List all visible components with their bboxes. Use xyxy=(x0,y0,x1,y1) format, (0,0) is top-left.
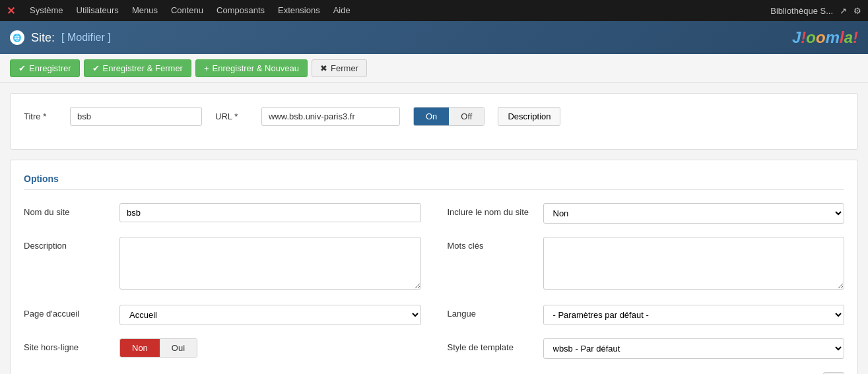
nav-extensions[interactable]: Extensions xyxy=(271,0,327,21)
titre-label: Titre * xyxy=(24,111,63,121)
nav-aide[interactable]: Aide xyxy=(327,0,357,21)
save-label: Enregistrer xyxy=(29,63,71,73)
style-template-row: Style de template wbsb - Par défaut xyxy=(448,338,845,359)
oui-button[interactable]: Oui xyxy=(160,339,197,357)
titre-group: Titre * xyxy=(24,107,202,126)
page-subtitle: [ Modifier ] xyxy=(61,32,111,44)
save-button[interactable]: ✔ Enregistrer xyxy=(10,59,80,77)
main-nav: Système Utilisateurs Menus Contenu Compo… xyxy=(23,0,357,21)
mots-cles-control xyxy=(543,237,845,292)
nav-menus[interactable]: Menus xyxy=(125,0,164,21)
style-template-select[interactable]: wbsb - Par défaut xyxy=(543,338,845,359)
inclure-nom-select[interactable]: Non Après Avant xyxy=(543,203,845,224)
description-label: Description xyxy=(24,237,110,251)
title-url-row: Titre * URL * On Off Description xyxy=(24,107,844,126)
mots-cles-textarea[interactable] xyxy=(543,237,845,290)
langue-select[interactable]: - Paramètres par défaut - xyxy=(543,305,845,325)
save-close-label: Enregistrer & Fermer xyxy=(103,63,183,73)
joomla-x-icon[interactable]: ✕ xyxy=(7,5,15,17)
nav-contenu[interactable]: Contenu xyxy=(164,0,210,21)
hors-ligne-row: Site hors-ligne Non Oui xyxy=(24,338,421,359)
options-grid: Nom du site Inclure le nom du site Non A… xyxy=(24,203,844,359)
inclure-nom-row: Inclure le nom du site Non Après Avant xyxy=(448,203,845,224)
nom-site-label: Nom du site xyxy=(24,203,110,217)
joomla-logo-container: J!oomla! xyxy=(792,28,858,47)
bibliotheque-link[interactable]: Bibliothèque S... xyxy=(770,6,833,16)
save-new-icon: + xyxy=(204,63,209,73)
close-label: Fermer xyxy=(331,63,358,73)
external-link-icon[interactable]: ↗ xyxy=(840,6,847,16)
toolbar: ✔ Enregistrer ✔ Enregistrer & Fermer + E… xyxy=(0,54,868,83)
langue-row: Langue - Paramètres par défaut - xyxy=(448,305,845,325)
url-label: URL * xyxy=(215,111,255,121)
site-icon: 🌐 xyxy=(10,30,24,45)
style-template-label: Style de template xyxy=(448,338,533,352)
description-row: Description xyxy=(24,237,421,292)
inclure-nom-control: Non Après Avant xyxy=(543,203,845,224)
mots-cles-label: Mots clés xyxy=(448,237,533,251)
langue-label: Langue xyxy=(448,305,533,319)
toggle-on-button[interactable]: On xyxy=(414,108,449,125)
headerbar-left: 🌐 Site: [ Modifier ] xyxy=(10,30,111,45)
page-accueil-select[interactable]: Accueil xyxy=(119,305,421,325)
page-title: Site: xyxy=(31,31,55,45)
nom-site-control xyxy=(119,203,421,222)
nom-site-input[interactable] xyxy=(119,203,421,222)
style-template-control: wbsb - Par défaut xyxy=(543,338,845,359)
inclure-nom-label: Inclure le nom du site xyxy=(448,203,533,217)
save-close-icon: ✔ xyxy=(92,63,100,73)
nom-site-row: Nom du site xyxy=(24,203,421,224)
topbar-right: Bibliothèque S... ↗ ⚙ xyxy=(770,6,861,16)
url-input[interactable] xyxy=(261,107,400,126)
options-panel: Options Nom du site Inclure le nom du si… xyxy=(10,160,858,374)
main-content: Titre * URL * On Off Description Options… xyxy=(0,83,868,374)
description-button[interactable]: Description xyxy=(498,107,560,126)
on-off-toggle: On Off xyxy=(413,107,484,126)
topbar-left: ✕ Système Utilisateurs Menus Contenu Com… xyxy=(7,0,357,21)
mots-cles-row: Mots clés xyxy=(448,237,845,292)
nav-systeme[interactable]: Système xyxy=(23,0,70,21)
save-new-label: Enregistrer & Nouveau xyxy=(213,63,300,73)
joomla-logo: J!oomla! xyxy=(792,28,858,47)
settings-gear-icon[interactable]: ⚙ xyxy=(853,6,861,16)
non-oui-toggle: Non Oui xyxy=(119,338,197,358)
close-button[interactable]: ✖ Fermer xyxy=(312,59,367,77)
toggle-off-button[interactable]: Off xyxy=(449,108,484,125)
page-accueil-row: Page d'accueil Accueil xyxy=(24,305,421,325)
description-control xyxy=(119,237,421,292)
langue-control: - Paramètres par défaut - xyxy=(543,305,845,325)
save-new-button[interactable]: + Enregistrer & Nouveau xyxy=(195,59,308,77)
page-accueil-label: Page d'accueil xyxy=(24,305,110,319)
nav-composants[interactable]: Composants xyxy=(210,0,271,21)
options-title: Options xyxy=(24,173,844,190)
topbar: ✕ Système Utilisateurs Menus Contenu Com… xyxy=(0,0,868,21)
nav-utilisateurs[interactable]: Utilisateurs xyxy=(70,0,125,21)
top-form-panel: Titre * URL * On Off Description xyxy=(10,93,858,150)
page-accueil-control: Accueil xyxy=(119,305,421,325)
non-button[interactable]: Non xyxy=(120,339,160,357)
description-textarea[interactable] xyxy=(119,237,421,290)
hors-ligne-label: Site hors-ligne xyxy=(24,338,110,352)
hors-ligne-control: Non Oui xyxy=(119,338,421,358)
headerbar: 🌐 Site: [ Modifier ] J!oomla! xyxy=(0,21,868,54)
titre-input[interactable] xyxy=(70,107,202,126)
close-icon: ✖ xyxy=(320,63,327,73)
save-close-button[interactable]: ✔ Enregistrer & Fermer xyxy=(84,59,191,77)
url-group: URL * xyxy=(215,107,400,126)
save-icon: ✔ xyxy=(18,63,26,73)
